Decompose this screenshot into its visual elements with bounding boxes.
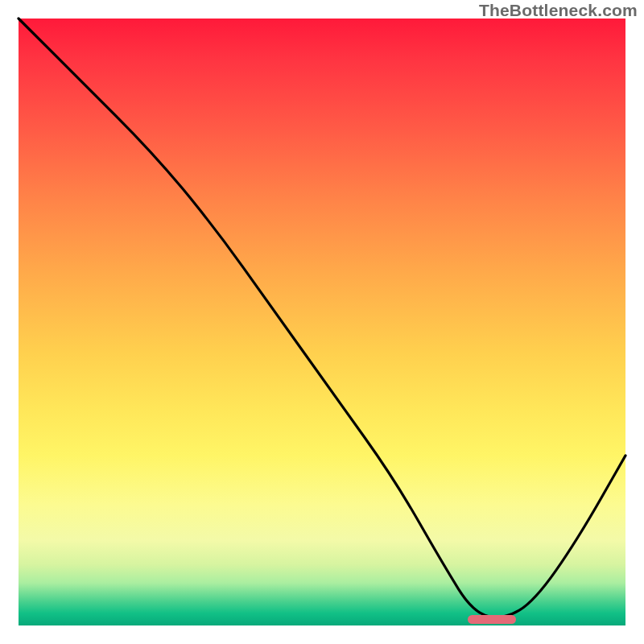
chart-stage: TheBottleneck.com <box>0 0 644 644</box>
watermark-text: TheBottleneck.com <box>479 1 638 20</box>
valley-marker <box>468 615 516 624</box>
plot-area <box>19 19 625 625</box>
bottleneck-curve-path <box>19 19 625 617</box>
curve-layer <box>19 19 625 625</box>
